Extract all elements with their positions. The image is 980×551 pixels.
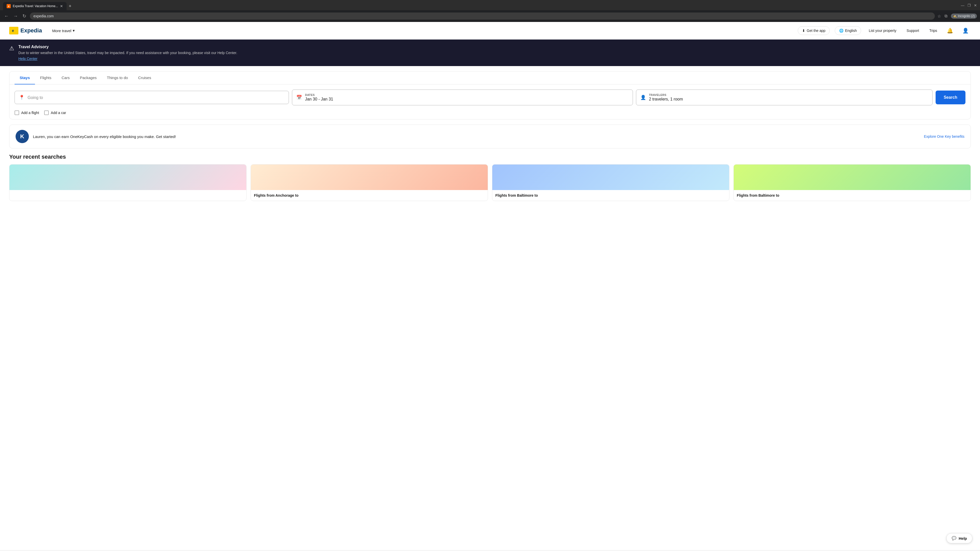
recent-card-image-4 [734, 165, 970, 190]
close-button[interactable]: ✕ [974, 3, 977, 7]
add-flight-checkbox-box[interactable] [14, 110, 19, 115]
add-car-checkbox-box[interactable] [44, 110, 49, 115]
destination-placeholder: Going to [27, 95, 43, 100]
advisory-body: Due to winter weather in the United Stat… [18, 51, 237, 55]
user-avatar: K [16, 130, 29, 143]
recent-card-image-1 [10, 165, 246, 190]
recent-cards-list: Flights from Anchorage to Flights from B… [9, 164, 971, 201]
tab-things-to-do[interactable]: Things to do [102, 71, 133, 84]
calendar-icon: 📅 [296, 95, 302, 100]
search-section: Stays Flights Cars Packages Things to do… [9, 71, 971, 119]
recent-card-4[interactable]: Flights from Baltimore to [733, 164, 971, 201]
language-button[interactable]: 🌐 English [835, 26, 861, 35]
recent-card-image-3 [492, 165, 729, 190]
location-icon: 📍 [19, 95, 24, 100]
explore-onekey-link[interactable]: Explore One Key benefits [924, 135, 964, 138]
recent-card-1[interactable] [9, 164, 247, 201]
expedia-logo-icon: e [9, 27, 18, 35]
add-flight-checkbox[interactable]: Add a flight [14, 110, 39, 115]
maximize-button[interactable]: ❐ [967, 3, 971, 7]
recent-card-image-2 [251, 165, 488, 190]
recent-searches-section: Your recent searches Flights from Anchor… [9, 154, 971, 201]
help-label: Help [959, 536, 967, 540]
trips-link[interactable]: Trips [927, 27, 940, 35]
warning-icon: ⚠ [9, 45, 14, 52]
support-link[interactable]: Support [904, 27, 921, 35]
list-property-link[interactable]: List your property [866, 27, 899, 35]
incognito-badge: 🕵 Incognito (2) [951, 14, 977, 19]
get-app-button[interactable]: ⬇ Get the app [798, 26, 830, 35]
tab-flights[interactable]: Flights [35, 71, 56, 84]
svg-text:e: e [12, 29, 14, 33]
travelers-field[interactable]: 👤 Travelers 2 travelers, 1 room [636, 89, 932, 105]
add-car-label: Add a car [51, 111, 66, 115]
onekey-message: Lauren, you can earn OneKeyCash on every… [33, 135, 920, 139]
notifications-button[interactable]: 🔔 [945, 25, 955, 36]
onekey-banner: K Lauren, you can earn OneKeyCash on eve… [9, 124, 971, 148]
logo-text: Expedia [21, 27, 42, 34]
recent-card-title-4: Flights from Baltimore to [737, 193, 779, 197]
chevron-down-icon: ▾ [73, 28, 75, 33]
new-tab-button[interactable]: + [67, 3, 73, 10]
tab-close-button[interactable]: ✕ [60, 4, 63, 8]
advisory-content: Travel Advisory Due to winter weather in… [18, 44, 237, 61]
logo-area[interactable]: e Expedia [9, 27, 42, 35]
minimize-button[interactable]: — [961, 3, 964, 7]
site-header: e Expedia More travel ▾ ⬇ Get the app 🌐 … [0, 22, 980, 40]
active-browser-tab[interactable]: e Expedia Travel: Vacation Home... ✕ [3, 2, 67, 10]
travel-advisory-banner: ⚠ Travel Advisory Due to winter weather … [0, 40, 980, 66]
dates-value: Jan 30 - Jan 31 [305, 97, 333, 102]
address-text: expedia.com [33, 14, 54, 18]
globe-icon: 🌐 [839, 29, 843, 33]
help-center-link[interactable]: Help Center [18, 57, 38, 61]
recent-card-2[interactable]: Flights from Anchorage to [251, 164, 488, 201]
dates-label: Dates [305, 94, 333, 97]
search-button[interactable]: Search [935, 91, 966, 104]
recent-card-title-2: Flights from Anchorage to [254, 193, 298, 197]
tab-favicon: e [6, 4, 11, 8]
refresh-button[interactable]: ↻ [21, 12, 27, 20]
address-bar[interactable]: expedia.com [30, 13, 935, 20]
travelers-label: Travelers [649, 94, 683, 97]
add-flight-label: Add a flight [21, 111, 39, 115]
tab-title: Expedia Travel: Vacation Home... [13, 4, 58, 8]
search-extras: Add a flight Add a car [10, 110, 970, 119]
dates-field[interactable]: 📅 Dates Jan 30 - Jan 31 [292, 89, 633, 105]
forward-button[interactable]: → [12, 13, 19, 20]
download-icon: ⬇ [802, 29, 805, 33]
recent-card-title-3: Flights from Baltimore to [495, 193, 538, 197]
recent-card-3[interactable]: Flights from Baltimore to [492, 164, 729, 201]
search-tabs: Stays Flights Cars Packages Things to do… [10, 71, 970, 84]
tab-packages[interactable]: Packages [75, 71, 102, 84]
destination-field[interactable]: 📍 Going to [14, 91, 289, 104]
add-car-checkbox[interactable]: Add a car [44, 110, 66, 115]
search-inputs: 📍 Going to 📅 Dates Jan 30 - Jan 31 👤 Tra… [10, 84, 970, 110]
recent-searches-title: Your recent searches [9, 154, 971, 160]
user-account-button[interactable]: 👤 [960, 25, 971, 36]
help-button[interactable]: 💬 Help [946, 533, 972, 543]
help-icon: 💬 [952, 536, 956, 540]
extensions-button[interactable]: ⧉ [945, 14, 947, 18]
travelers-icon: 👤 [640, 95, 646, 100]
tab-cars[interactable]: Cars [56, 71, 75, 84]
bookmark-button[interactable]: ☆ [937, 14, 941, 19]
travelers-value: 2 travelers, 1 room [649, 97, 683, 102]
tab-stays[interactable]: Stays [14, 71, 35, 84]
back-button[interactable]: ← [3, 13, 10, 20]
advisory-title: Travel Advisory [18, 44, 237, 49]
more-travel-button[interactable]: More travel ▾ [49, 27, 77, 35]
tab-cruises[interactable]: Cruises [133, 71, 156, 84]
